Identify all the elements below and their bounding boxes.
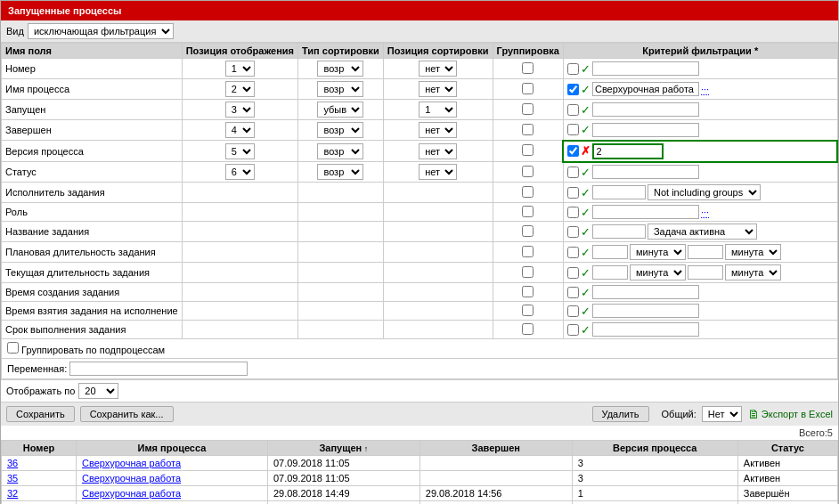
col-grouping: Группировка — [493, 44, 563, 59]
save-button[interactable]: Сохранить — [6, 406, 75, 422]
task-status-select[interactable]: Задача активна Задача завершена — [648, 224, 757, 240]
filter-input[interactable] — [592, 61, 699, 76]
num-link[interactable]: 32 — [7, 488, 18, 499]
delete-button[interactable]: Удалить — [592, 406, 649, 422]
sort-pos-select[interactable]: нет123 — [419, 61, 457, 77]
export-excel-button[interactable]: 🗎 Экспорт в Excel — [747, 407, 833, 421]
result-cell-status: Завершён — [737, 486, 837, 501]
num-link[interactable]: 36 — [7, 458, 18, 468]
grouping-checkbox[interactable] — [522, 286, 534, 297]
main-window: Запущенные процессы Вид исключающая филь… — [0, 0, 839, 504]
filter-check1[interactable] — [567, 167, 579, 178]
sort-pos-select[interactable]: нет12 — [419, 164, 457, 180]
variable-input[interactable] — [69, 362, 248, 376]
filter-input[interactable] — [592, 102, 699, 117]
grouping-checkbox[interactable] — [522, 225, 534, 237]
table-row: Плановая длительность задания ✓ минутача… — [2, 242, 838, 263]
grouping-checkbox[interactable] — [522, 62, 534, 74]
grouping-checkbox[interactable] — [522, 246, 534, 257]
filter-check1[interactable] — [567, 247, 579, 258]
grouping-checkbox[interactable] — [522, 323, 534, 335]
variable-cell: Переменная: — [2, 359, 838, 379]
filter-input[interactable] — [592, 205, 699, 219]
dots-link[interactable]: ··· — [701, 84, 709, 95]
time-unit-select3[interactable]: минутачасдень — [630, 264, 686, 280]
grouping-checkbox[interactable] — [522, 83, 534, 94]
sort-type-select[interactable]: возрубывнет — [317, 81, 363, 97]
filter-check1[interactable] — [567, 207, 579, 218]
sort-pos-select[interactable]: нет12 — [419, 122, 457, 138]
filter-input[interactable] — [592, 322, 699, 337]
filter-check1[interactable] — [567, 63, 579, 75]
filter-input[interactable] — [592, 185, 646, 199]
sort-type-cell: возрубывнет — [298, 59, 384, 79]
display-pos-select[interactable]: 612 — [225, 164, 255, 180]
field-name-cell: Завершен — [2, 120, 183, 141]
sort-pos-select[interactable]: 1нет2 — [419, 102, 457, 118]
not-including-select[interactable]: Not including groups Including groups — [648, 184, 761, 200]
table-row: Версия процесса 512 возрубывнет нет12 ✗ — [2, 141, 838, 162]
time-unit-select1[interactable]: минутачасдень — [630, 244, 686, 260]
filter-check1[interactable] — [567, 324, 579, 336]
filter-input[interactable] — [592, 285, 699, 299]
grouping-checkbox[interactable] — [522, 206, 534, 217]
filter-cell: ✓ Задача активна Задача завершена — [563, 222, 837, 242]
grouping-checkbox[interactable] — [522, 305, 534, 316]
result-row: 35Сверхурочная работа07.09.2018 11:053Ак… — [2, 471, 838, 486]
name-link[interactable]: Сверхурочная работа — [82, 488, 181, 499]
display-pos-select[interactable]: 512 — [225, 143, 255, 159]
sort-pos-select[interactable]: нет12 — [419, 81, 457, 97]
grouping-checkbox[interactable] — [522, 103, 534, 115]
filter-check1[interactable] — [567, 124, 579, 135]
filter-input[interactable] — [592, 123, 699, 137]
field-name-cell: Роль — [2, 203, 183, 222]
time-unit-select2[interactable]: минутачасдень — [725, 244, 781, 260]
filter-check1[interactable] — [567, 305, 579, 317]
name-link[interactable]: Сверхурочная работа — [82, 458, 181, 468]
sort-pos-select[interactable]: нет12 — [419, 143, 457, 159]
sort-type-select[interactable]: убыввозрнет — [317, 102, 363, 118]
grouping-checkbox[interactable] — [522, 144, 534, 156]
filter-input[interactable] — [592, 265, 628, 280]
sort-type-select[interactable]: возрубывнет — [317, 164, 363, 180]
group-subprocess-checkbox[interactable] — [7, 342, 19, 354]
save-as-button[interactable]: Сохранить как... — [80, 406, 174, 422]
title-bar: Запущенные процессы — [1, 1, 838, 20]
filter-check1[interactable] — [567, 226, 579, 238]
grouping-checkbox[interactable] — [522, 166, 534, 177]
filter-type-select[interactable]: исключающая фильтрация включающая фильтр… — [28, 23, 174, 39]
per-page-select[interactable]: 20 50 100 — [78, 383, 118, 399]
display-pos-select[interactable]: 123456 — [225, 61, 255, 77]
num-link[interactable]: 35 — [7, 473, 18, 484]
filter-check1[interactable] — [567, 104, 579, 116]
filter-input[interactable] — [592, 304, 699, 318]
common-select[interactable]: Нет Да — [702, 406, 742, 422]
filter-input3[interactable] — [688, 265, 723, 280]
filter-input2[interactable] — [688, 245, 723, 259]
filter-check1[interactable] — [567, 187, 579, 199]
sort-type-select[interactable]: возрубывнет — [317, 122, 363, 138]
col-finished: Завершен — [420, 441, 572, 456]
display-pos-select[interactable]: 412 — [225, 122, 255, 138]
filter-check1[interactable] — [567, 145, 579, 157]
display-pos-select[interactable]: 213 — [225, 81, 255, 97]
filter-check1[interactable] — [567, 84, 579, 95]
name-link[interactable]: Сверхурочная работа — [82, 473, 181, 484]
sort-type-select[interactable]: возрубывнет — [317, 61, 363, 77]
display-pos-select[interactable]: 312 — [225, 102, 255, 118]
sort-pos-cell: нет123 — [383, 59, 493, 79]
grouping-checkbox[interactable] — [522, 186, 534, 198]
grouping-checkbox[interactable] — [522, 266, 534, 278]
filter-cell: ✓ ··· — [563, 79, 837, 100]
time-unit-select4[interactable]: минутачасдень — [725, 264, 781, 280]
filter-input[interactable] — [592, 245, 628, 259]
sort-type-select[interactable]: возрубывнет — [317, 143, 363, 159]
filter-input-version[interactable] — [592, 143, 664, 159]
filter-input[interactable] — [592, 224, 646, 239]
grouping-checkbox[interactable] — [522, 124, 534, 135]
filter-input[interactable] — [592, 82, 699, 96]
filter-check1[interactable] — [567, 287, 579, 298]
filter-input[interactable] — [592, 165, 699, 179]
filter-check1[interactable] — [567, 267, 579, 279]
dots-link2[interactable]: ··· — [701, 207, 709, 218]
